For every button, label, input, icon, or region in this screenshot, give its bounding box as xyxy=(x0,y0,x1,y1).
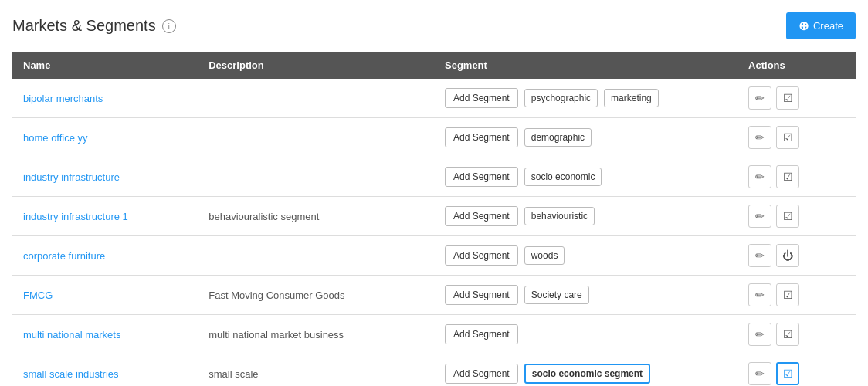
table-row: industry infrastructure 1behaviouralisti… xyxy=(12,197,856,236)
select-button[interactable]: ☑ xyxy=(776,86,799,110)
segment-cell: Add Segment xyxy=(434,315,737,354)
page-title: Markets & Segments xyxy=(12,17,156,35)
segment-tag: woods xyxy=(524,246,565,265)
segment-tag: demographic xyxy=(524,128,592,147)
segment-cell: Add Segmentbehaviouristic xyxy=(434,197,737,236)
description-cell: Fast Moving Consumer Goods xyxy=(198,276,434,315)
market-name-link[interactable]: industry infrastructure 1 xyxy=(23,211,128,222)
plus-icon: ⊕ xyxy=(798,19,809,33)
power-button[interactable]: ⏻ xyxy=(776,244,799,267)
segment-cell: Add SegmentSociety care xyxy=(434,276,737,315)
segment-tag: marketing xyxy=(604,89,659,107)
segment-tag: socio economic segment xyxy=(524,364,650,384)
market-name-link[interactable]: FMCG xyxy=(23,290,53,301)
name-cell: corporate furniture xyxy=(12,236,198,276)
col-header-segment: Segment xyxy=(434,52,737,79)
description-cell xyxy=(198,118,434,157)
name-cell: FMCG xyxy=(12,276,198,315)
table-row: bipolar merchantsAdd Segmentpsychographi… xyxy=(12,79,856,118)
segment-cell: Add Segmentwoods xyxy=(434,236,737,276)
table-row: FMCGFast Moving Consumer GoodsAdd Segmen… xyxy=(12,276,856,315)
name-cell: bipolar merchants xyxy=(12,79,198,118)
description-cell: small scale xyxy=(198,354,434,387)
segment-tag: psychographic xyxy=(524,89,598,107)
market-name-link[interactable]: industry infrastructure xyxy=(23,171,120,183)
actions-cell: ✏☑ xyxy=(737,354,856,387)
select-button[interactable]: ☑ xyxy=(776,323,799,346)
add-segment-button[interactable]: Add Segment xyxy=(445,364,518,384)
select-button[interactable]: ☑ xyxy=(776,205,799,228)
edit-button[interactable]: ✏ xyxy=(748,165,771,188)
actions-cell: ✏☑ xyxy=(737,276,856,315)
market-name-link[interactable]: corporate furniture xyxy=(23,250,105,262)
description-cell: multi national market business xyxy=(198,315,434,354)
page-title-area: Markets & Segments i xyxy=(12,17,176,35)
create-button[interactable]: ⊕ Create xyxy=(786,12,856,39)
table-header-row: Name Description Segment Actions xyxy=(12,52,856,79)
market-name-link[interactable]: multi national markets xyxy=(23,329,120,340)
edit-button[interactable]: ✏ xyxy=(748,323,771,346)
market-name-link[interactable]: home office yy xyxy=(23,132,88,144)
market-name-link[interactable]: small scale industries xyxy=(23,368,119,380)
actions-cell: ✏☑ xyxy=(737,315,856,354)
edit-button[interactable]: ✏ xyxy=(748,244,771,267)
col-header-actions: Actions xyxy=(737,52,856,79)
col-header-name: Name xyxy=(12,52,198,79)
add-segment-button[interactable]: Add Segment xyxy=(445,206,518,226)
edit-button[interactable]: ✏ xyxy=(748,283,771,306)
name-cell: small scale industries xyxy=(12,354,198,387)
description-cell xyxy=(198,157,434,197)
edit-button[interactable]: ✏ xyxy=(748,126,771,149)
table-row: small scale industriessmall scaleAdd Seg… xyxy=(12,354,856,387)
actions-cell: ✏☑ xyxy=(737,197,856,236)
description-cell xyxy=(198,79,434,118)
name-cell: multi national markets xyxy=(12,315,198,354)
add-segment-button[interactable]: Add Segment xyxy=(445,167,518,187)
segment-cell: Add Segmentsocio economic xyxy=(434,157,737,197)
add-segment-button[interactable]: Add Segment xyxy=(445,127,518,147)
segment-tag: behaviouristic xyxy=(524,207,595,225)
table-row: multi national marketsmulti national mar… xyxy=(12,315,856,354)
select-button[interactable]: ☑ xyxy=(776,165,799,188)
select-button[interactable]: ☑ xyxy=(776,283,799,306)
edit-button[interactable]: ✏ xyxy=(748,205,771,228)
add-segment-button[interactable]: Add Segment xyxy=(445,245,518,266)
create-label: Create xyxy=(813,20,843,32)
table-row: home office yyAdd Segmentdemographic✏☑ xyxy=(12,118,856,157)
markets-table: Name Description Segment Actions bipolar… xyxy=(12,52,856,386)
add-segment-button[interactable]: Add Segment xyxy=(445,88,518,108)
segment-tag: Society care xyxy=(524,286,589,304)
description-cell xyxy=(198,236,434,276)
segment-cell: Add Segmentsocio economic segment xyxy=(434,354,737,387)
name-cell: home office yy xyxy=(12,118,198,157)
edit-button[interactable]: ✏ xyxy=(748,362,771,385)
actions-cell: ✏⏻ xyxy=(737,236,856,276)
segment-tag: socio economic xyxy=(524,168,602,186)
name-cell: industry infrastructure 1 xyxy=(12,197,198,236)
select-button[interactable]: ☑ xyxy=(776,126,799,149)
edit-button[interactable]: ✏ xyxy=(748,86,771,110)
actions-cell: ✏☑ xyxy=(737,118,856,157)
segment-cell: Add Segmentdemographic xyxy=(434,118,737,157)
table-row: corporate furnitureAdd Segmentwoods✏⏻ xyxy=(12,236,856,276)
market-name-link[interactable]: bipolar merchants xyxy=(23,93,103,104)
select-button[interactable]: ☑ xyxy=(776,362,799,385)
add-segment-button[interactable]: Add Segment xyxy=(445,324,518,344)
actions-cell: ✏☑ xyxy=(737,157,856,197)
table-row: industry infrastructureAdd Segmentsocio … xyxy=(12,157,856,197)
segment-cell: Add Segmentpsychographicmarketing xyxy=(434,79,737,118)
add-segment-button[interactable]: Add Segment xyxy=(445,285,518,305)
description-cell: behaviouralistic segment xyxy=(198,197,434,236)
info-icon[interactable]: i xyxy=(162,19,176,33)
col-header-description: Description xyxy=(198,52,434,79)
actions-cell: ✏☑ xyxy=(737,79,856,118)
page-header: Markets & Segments i ⊕ Create xyxy=(12,12,856,39)
name-cell: industry infrastructure xyxy=(12,157,198,197)
